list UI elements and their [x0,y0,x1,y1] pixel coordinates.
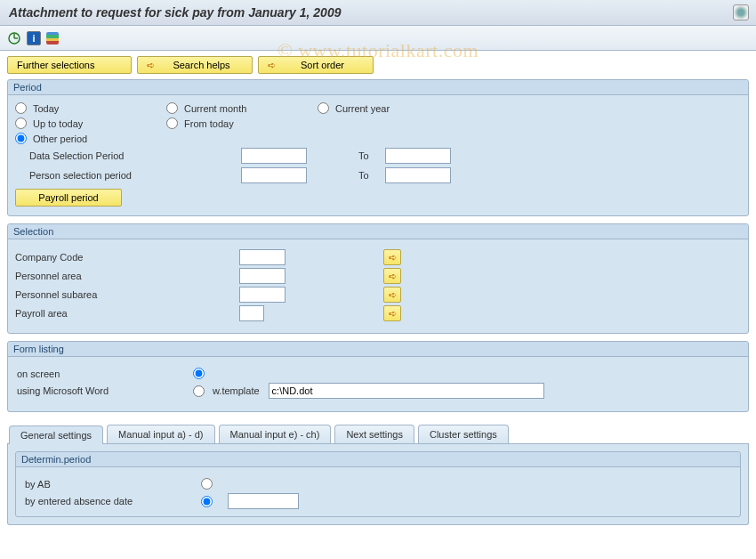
personnel-subarea-input[interactable] [239,287,286,303]
person-selection-from-input[interactable] [241,167,307,183]
arrow-right-icon: ➪ [389,252,397,263]
radio-current-year[interactable]: Current year [318,102,469,114]
personnel-area-label: Personnel area [15,271,239,281]
tab-cluster-settings[interactable]: Cluster settings [418,425,509,443]
radio-current-month[interactable]: Current month [166,102,318,114]
selection-buttons: Further selections ➪ Search helps ➪ Sort… [7,56,749,74]
app-toolbar: i [0,26,756,51]
on-screen-radio[interactable] [193,368,205,379]
tab-panel-general: Determin.period by AB by entered absence… [7,444,749,525]
by-ab-radio[interactable] [201,478,213,490]
further-selections-button[interactable]: Further selections [7,56,132,74]
window-title: Attachment to request for sick pay from … [0,0,756,26]
by-ab-label: by AB [23,479,201,490]
selection-group: Selection Company Code ➪ Personnel area … [7,223,749,334]
sort-order-label: Sort order [281,60,364,70]
personnel-subarea-label: Personnel subarea [15,289,239,300]
by-entered-date-radio[interactable] [201,496,213,507]
absence-date-input[interactable] [228,493,299,509]
determin-period-group: Determin.period by AB by entered absence… [15,451,741,517]
data-selection-period-label: Data Selection Period [29,150,241,161]
using-word-radio[interactable] [193,385,205,397]
radio-other-period[interactable]: Other period [15,133,166,144]
to-label: To [358,170,376,181]
radio-from-today[interactable]: From today [166,117,318,129]
search-helps-button[interactable]: ➪ Search helps [137,56,253,74]
arrow-right-icon: ➪ [389,289,397,301]
radio-today[interactable]: Today [15,102,166,114]
arrow-right-icon: ➪ [389,271,397,282]
person-selection-to-input[interactable] [385,167,451,183]
info-icon[interactable]: i [27,31,41,45]
data-selection-to-input[interactable] [385,148,451,164]
search-helps-label: Search helps [160,60,243,70]
tabstrip: General settings Manual input a) - d) Ma… [7,425,749,444]
tab-next-settings[interactable]: Next settings [334,425,414,443]
payroll-area-label: Payroll area [15,308,239,319]
payroll-period-label: Payroll period [38,192,98,203]
on-screen-label: on screen [15,369,193,379]
payroll-area-multi-button[interactable]: ➪ [383,305,401,321]
further-selections-label: Further selections [17,60,94,70]
execute-icon[interactable] [7,31,21,45]
color-legend-icon[interactable] [46,32,59,45]
using-word-label: using Microsoft Word [15,385,193,396]
form-listing-group: Form listing on screen using Microsoft W… [7,341,749,412]
determin-period-legend: Determin.period [16,452,740,467]
personnel-area-input[interactable] [239,268,286,284]
title-text: Attachment to request for sick pay from … [9,5,341,20]
payroll-period-button[interactable]: Payroll period [15,189,122,207]
tab-manual-input-a-d[interactable]: Manual input a) - d) [107,425,214,443]
arrow-right-icon: ➪ [268,60,276,71]
data-selection-from-input[interactable] [241,148,307,164]
to-label: To [358,150,376,161]
company-code-input[interactable] [239,249,286,265]
arrow-right-icon: ➪ [389,308,397,320]
company-code-multi-button[interactable]: ➪ [383,249,401,265]
w-template-label: w.template [213,385,260,396]
personnel-subarea-multi-button[interactable]: ➪ [383,287,401,303]
period-group: Period Today Current month Current year … [7,79,749,216]
personnel-area-multi-button[interactable]: ➪ [383,268,401,284]
form-listing-legend: Form listing [8,342,748,357]
radio-up-to-today[interactable]: Up to today [15,117,166,129]
company-code-label: Company Code [15,252,239,263]
person-selection-period-label: Person selection period [29,170,241,181]
selection-legend: Selection [8,224,748,239]
payroll-area-input[interactable] [239,305,264,321]
period-legend: Period [8,80,748,95]
arrow-right-icon: ➪ [147,60,155,71]
tab-manual-input-e-ch[interactable]: Manual input e) - ch) [219,425,332,443]
by-entered-date-label: by entered absence date [23,496,201,506]
tab-general-settings[interactable]: General settings [9,425,103,444]
content-area: Further selections ➪ Search helps ➪ Sort… [0,51,756,525]
template-path-input[interactable] [269,383,544,399]
sort-order-button[interactable]: ➪ Sort order [258,56,374,74]
